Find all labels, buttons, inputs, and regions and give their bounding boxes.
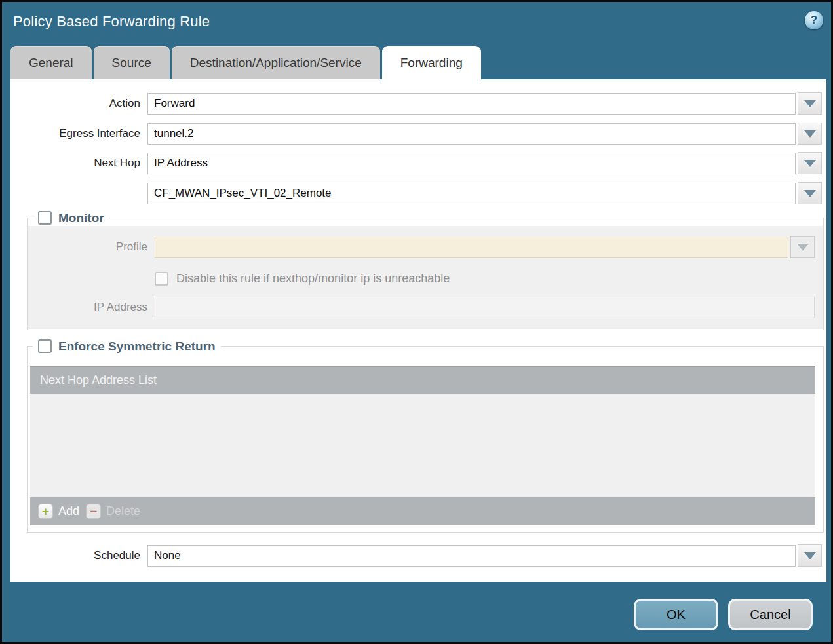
policy-based-forwarding-dialog: Policy Based Forwarding Rule ? General S… bbox=[0, 0, 833, 644]
next-hop-address-select[interactable]: CF_MWAN_IPsec_VTI_02_Remote bbox=[147, 183, 796, 204]
chevron-down-icon bbox=[797, 244, 809, 251]
schedule-label: Schedule bbox=[10, 549, 140, 562]
profile-select bbox=[155, 237, 788, 258]
next-hop-address-list-header: Next Hop Address List bbox=[40, 373, 157, 387]
tab-bar: General Source Destination/Application/S… bbox=[10, 46, 481, 79]
table-footer-bar: + Add − Delete bbox=[30, 497, 815, 525]
chevron-down-icon bbox=[804, 100, 816, 107]
chevron-down-icon bbox=[804, 190, 816, 197]
action-row: Action Forward bbox=[10, 92, 822, 115]
delete-minus-icon: − bbox=[86, 504, 101, 519]
dialog-title: Policy Based Forwarding Rule bbox=[13, 13, 210, 30]
chevron-down-icon bbox=[804, 552, 816, 559]
next-hop-address-dropdown-button[interactable] bbox=[798, 182, 822, 204]
add-button-label: Add bbox=[58, 504, 79, 518]
table-header-row: Next Hop Address List bbox=[30, 367, 815, 394]
schedule-row: Schedule None bbox=[10, 544, 822, 567]
forwarding-tab-panel: Action Forward Egress Interface tunnel.2… bbox=[10, 79, 826, 582]
add-plus-icon: + bbox=[38, 504, 53, 519]
action-label: Action bbox=[10, 97, 140, 110]
tab-general[interactable]: General bbox=[10, 46, 92, 79]
monitor-ip-address-input bbox=[155, 297, 815, 318]
help-glyph: ? bbox=[811, 14, 817, 27]
tab-destination-application-service[interactable]: Destination/Application/Service bbox=[172, 46, 380, 79]
next-hop-address-list-table: Next Hop Address List + Add − Delete bbox=[30, 366, 815, 525]
tab-forwarding[interactable]: Forwarding bbox=[382, 46, 481, 79]
next-hop-row: Next Hop IP Address bbox=[10, 152, 822, 174]
monitor-group-title: Monitor bbox=[58, 211, 104, 225]
monitor-profile-row: Profile bbox=[27, 236, 815, 258]
next-hop-type-select[interactable]: IP Address bbox=[147, 153, 796, 174]
next-hop-dropdown-button[interactable] bbox=[798, 152, 822, 174]
monitor-disable-rule-row: Disable this rule if nexthop/monitor ip … bbox=[27, 267, 815, 290]
action-dropdown-button[interactable] bbox=[798, 92, 822, 115]
add-button[interactable]: + Add bbox=[38, 504, 79, 519]
egress-interface-row: Egress Interface tunnel.2 bbox=[10, 123, 822, 145]
schedule-select[interactable]: None bbox=[147, 545, 796, 567]
schedule-dropdown-button[interactable] bbox=[798, 544, 822, 567]
egress-interface-label: Egress Interface bbox=[10, 127, 140, 140]
next-hop-address-row: CF_MWAN_IPsec_VTI_02_Remote bbox=[10, 182, 822, 204]
chevron-down-icon bbox=[804, 160, 816, 167]
tab-source[interactable]: Source bbox=[94, 46, 170, 79]
enforce-symmetric-return-group: Enforce Symmetric Return Next Hop Addres… bbox=[27, 338, 824, 533]
chevron-down-icon bbox=[804, 130, 816, 138]
enforce-symmetric-return-title: Enforce Symmetric Return bbox=[58, 339, 216, 354]
table-body-empty[interactable] bbox=[30, 394, 815, 497]
ok-button[interactable]: OK bbox=[634, 599, 718, 630]
cancel-button[interactable]: Cancel bbox=[728, 599, 813, 630]
help-icon[interactable]: ? bbox=[805, 11, 823, 29]
delete-button: − Delete bbox=[86, 504, 140, 519]
monitor-checkbox[interactable] bbox=[38, 211, 52, 225]
action-select[interactable]: Forward bbox=[147, 93, 796, 115]
egress-interface-dropdown-button[interactable] bbox=[798, 123, 822, 145]
next-hop-label: Next Hop bbox=[10, 157, 140, 170]
disable-rule-label: Disable this rule if nexthop/monitor ip … bbox=[176, 272, 450, 286]
enforce-symmetric-return-checkbox[interactable] bbox=[38, 339, 52, 353]
disable-rule-checkbox bbox=[155, 272, 168, 286]
monitor-group: Monitor Profile Disable this rule if nex… bbox=[27, 210, 824, 330]
dialog-footer: OK Cancel bbox=[634, 599, 813, 630]
egress-interface-select[interactable]: tunnel.2 bbox=[147, 123, 796, 145]
monitor-ip-address-label: IP Address bbox=[27, 301, 147, 314]
monitor-ip-address-row: IP Address bbox=[27, 296, 815, 318]
profile-dropdown-button bbox=[790, 236, 815, 258]
profile-label: Profile bbox=[27, 240, 147, 254]
delete-button-label: Delete bbox=[106, 504, 140, 518]
